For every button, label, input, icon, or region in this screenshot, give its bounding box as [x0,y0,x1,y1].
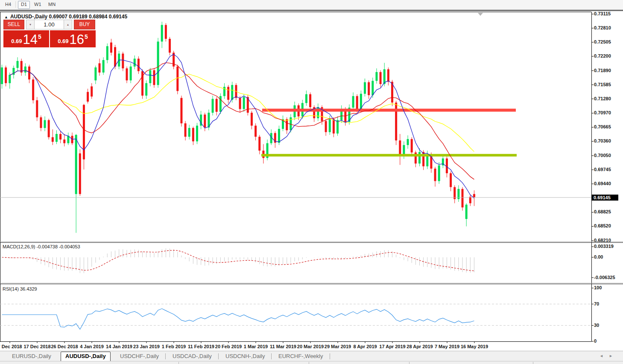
date-axis-label: 28 Apr 2019 [407,344,433,349]
price-axis-label: 0.69745 [594,167,611,172]
macd-indicator-label: MACD(12,26,9) -0.004738 -0.004053 [3,244,80,249]
tab-separator [330,353,330,359]
macd-signal-line [2,250,474,271]
rsi-axis-label: 30 [594,323,599,328]
price-axis-label: 0.69440 [594,181,611,186]
sell-price-display[interactable]: 0.69 14 5 [3,30,49,47]
date-axis-label: 11 Feb 2019 [188,344,214,349]
price-axis-label: 0.71280 [594,96,611,101]
date-axis-label: 4 Jan 2019 [80,344,104,349]
chart-canvas[interactable] [0,11,623,351]
chart-tab-usdcad[interactable]: USDCAD-,Daily [168,352,216,360]
tab-scroll-left-icon[interactable]: ◄ [600,354,603,358]
buy-price-sup: 5 [85,33,88,40]
chart-window: ▲AUDUSD-,Daily 0.69007 0.69189 0.68984 0… [0,11,623,351]
macd-axis-label: 0.00 [594,254,603,259]
current-price-tag: 0.69145 [592,195,618,201]
sell-price-sup: 5 [38,33,41,40]
terminal-column-divider [409,362,409,364]
date-axis-label: 7 Dec 2018 [0,344,22,349]
chart-tab-audusd[interactable]: AUDUSD-,Daily [61,352,111,361]
tab-separator [271,353,272,359]
sell-button[interactable]: SELL [3,20,24,29]
symbol-marker-icon: ▲ [4,15,8,19]
date-axis-label: 29 Mar 2019 [325,344,351,349]
buy-price-small: 0.69 [58,38,68,44]
date-axis-label: 17 Apr 2019 [379,344,405,349]
macd-axis-label: -0.006325 [594,275,615,280]
date-axis-label: 16 May 2019 [461,344,488,349]
tab-separator [218,353,219,359]
rsi-axis-label: 100 [594,285,602,290]
chart-title: ▲AUDUSD-,Daily 0.69007 0.69189 0.68984 0… [4,14,127,20]
chart-tab-usdchf[interactable]: USDCHF-,Daily [116,352,163,360]
resistance-line[interactable] [262,109,516,112]
price-axis-label: 0.68825 [594,209,611,214]
price-axis-label: 0.70360 [594,138,611,143]
volume-decrease-button[interactable]: ▾ [26,20,35,29]
volume-input[interactable]: 1.00 [35,20,64,29]
one-click-trade-panel: SELL ▾ 1.00 ▴ BUY 0.69 14 5 0.69 16 5 [3,20,96,47]
price-axis-label: 0.72505 [594,39,611,44]
rsi-axis-label: 70 [594,301,599,306]
date-axis-label: 20 Feb 2019 [215,344,242,349]
rsi-axis-label: 0 [594,338,597,344]
date-axis-label: 1 Mar 2019 [244,344,268,349]
chart-title-text: AUDUSD-,Daily 0.69007 0.69189 0.68984 0.… [10,14,127,20]
price-axis-label: 0.68210 [594,238,611,243]
chart-tab-usdcnh[interactable]: USDCNH-,Daily [221,352,269,360]
price-axis-label: 0.70050 [594,153,611,158]
price-axis-label: 0.72810 [594,25,611,30]
tab-scroll-right-icon[interactable]: ► [609,354,613,358]
terminal-panel-edge [0,361,623,364]
date-axis-label: 20 Mar 2019 [297,344,324,349]
date-axis-label: 17 Dec 2018 [24,344,51,349]
sell-price-big: 14 [23,33,38,46]
buy-price-display[interactable]: 0.69 16 5 [50,30,96,47]
price-axis-label: 0.70665 [594,124,611,129]
price-axis-label: 0.68520 [594,223,611,228]
price-axis-label: 0.71890 [594,68,611,73]
buy-button[interactable]: BUY [74,20,95,29]
support-line[interactable] [261,154,517,157]
timeframe-button-d1[interactable]: D1 [18,1,30,9]
terminal-column-divider [178,362,179,364]
chart-shift-marker-icon[interactable] [478,13,483,16]
price-axis-label: 0.73115 [594,11,611,16]
sell-price-small: 0.69 [11,38,22,44]
macd-axis-label: 0.003319 [594,244,614,249]
chart-tab-bar: ◄ ► EURUSD-,DailyAUDUSD-,DailyUSDCHF-,Da… [0,351,623,361]
trading-platform-window: { "toolbar": { "timeframes": [ {"label":… [0,0,623,364]
timeframe-button-w1[interactable]: W1 [32,1,44,8]
tab-separator [165,353,166,359]
date-axis-label: 26 Dec 2018 [51,344,78,349]
rsi-line [2,309,474,329]
timeframe-button-h4[interactable]: H4 [3,1,14,8]
timeframe-button-mn[interactable]: MN [46,1,58,8]
volume-increase-button[interactable]: ▴ [64,20,72,29]
date-axis-label: 14 Jan 2019 [106,344,132,349]
date-axis-label: 8 Apr 2019 [353,344,377,349]
candlestick-series [1,22,475,233]
timeframe-toolbar: H4D1W1MN [0,0,623,10]
terminal-column-divider [309,362,309,364]
price-axis-label: 0.70970 [594,110,611,115]
date-axis-label: 7 May 2019 [435,344,459,349]
date-axis-label: 11 Mar 2019 [270,344,296,349]
rsi-indicator-label: RSI(14) 36.4329 [3,286,37,291]
date-axis-label: 1 Feb 2019 [162,344,186,349]
terminal-column-divider [533,362,533,364]
toolbar-separator [15,1,16,8]
date-axis-label: 23 Jan 2019 [133,344,160,349]
price-axis-label: 0.72200 [594,53,611,58]
chart-tab-eurusd[interactable]: EURUSD-,Daily [8,352,56,360]
price-axis-label: 0.71585 [594,82,611,87]
buy-price-big: 16 [70,33,84,46]
chart-tab-eurchf[interactable]: EURCHF-,Weekly [274,352,328,360]
